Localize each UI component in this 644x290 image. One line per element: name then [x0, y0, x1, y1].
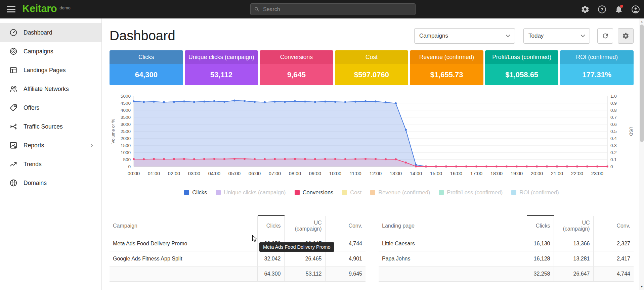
- svg-text:0.8: 0.8: [610, 108, 617, 113]
- legend-swatch: [439, 190, 444, 195]
- scroll-up-icon[interactable]: ▲: [639, 19, 644, 24]
- sidebar-item-domains[interactable]: Domains: [0, 174, 101, 192]
- legend-item-conversions[interactable]: Conversions: [295, 189, 334, 196]
- svg-text:5000: 5000: [121, 94, 131, 99]
- dashboard-icon: [9, 28, 18, 37]
- landing-page-name-cell: Papa Johns: [379, 251, 527, 267]
- metric-card-label: ROI (confirmed): [560, 50, 634, 64]
- account-icon[interactable]: [631, 5, 640, 14]
- scrollbar-thumb[interactable]: [640, 25, 644, 142]
- svg-text:13:00: 13:00: [390, 171, 402, 176]
- landing-page-name-cell: Little Caesars: [379, 236, 527, 251]
- svg-text:04:00: 04:00: [208, 171, 220, 176]
- sidebar-item-landings-pages[interactable]: Landings Pages: [0, 61, 101, 80]
- column-header-uc-campaign[interactable]: UC (campaign): [554, 215, 593, 236]
- landings-table-container: Landing pageClicksUC (campaign)Conv.Litt…: [379, 215, 634, 282]
- metric-card-unique-clicks-campaign[interactable]: Unique clicks (campaign)53,112: [185, 50, 258, 85]
- legend-item-clicks[interactable]: Clicks: [184, 189, 207, 196]
- metric-cell: 16,130: [527, 236, 554, 251]
- metric-card-label: Revenue (confirmed): [410, 50, 483, 64]
- metric-card-clicks[interactable]: Clicks64,300: [110, 50, 183, 85]
- search-icon: [254, 6, 260, 12]
- refresh-button[interactable]: [597, 28, 613, 44]
- legend-label: Cost: [350, 189, 361, 196]
- metric-cell: 32,042: [257, 251, 284, 267]
- legend-swatch: [216, 190, 221, 195]
- table-row-papa-johns[interactable]: Papa Johns16,12813,2812,417: [379, 251, 634, 267]
- metric-card-label: Clicks: [110, 50, 183, 64]
- column-header-clicks[interactable]: Clicks: [527, 215, 554, 236]
- table-row-little-caesars[interactable]: Little Caesars16,13013,3662,327: [379, 236, 634, 251]
- legend-item-cost[interactable]: Cost: [342, 189, 361, 196]
- legend-swatch: [370, 190, 375, 195]
- legend-item-roi-confirmed[interactable]: ROI (confirmed): [511, 189, 559, 196]
- svg-text:Volume or %: Volume or %: [111, 119, 116, 144]
- column-header-conv[interactable]: Conv.: [593, 215, 634, 236]
- sidebar-item-affiliate-networks[interactable]: Affiliate Networks: [0, 80, 101, 98]
- reports-icon: [9, 141, 18, 150]
- svg-text:20:00: 20:00: [531, 171, 543, 176]
- affiliate-networks-icon: [9, 85, 18, 93]
- sidebar-item-offers[interactable]: Offers: [0, 98, 101, 117]
- logo-demo-badge: demo: [59, 5, 71, 10]
- dashboard-settings-button[interactable]: [618, 28, 634, 44]
- scroll-down-icon[interactable]: ▼: [639, 284, 644, 289]
- search-bar[interactable]: [250, 3, 416, 15]
- metric-card-label: Conversions: [260, 50, 333, 64]
- column-header-clicks[interactable]: Clicks: [257, 215, 284, 236]
- campaign-name-cell: Google Ads Fitness App Split: [110, 251, 257, 267]
- column-header-uc-campaign[interactable]: UC (campaign): [284, 215, 325, 236]
- sidebar-item-campaigns[interactable]: Campaigns: [0, 42, 101, 61]
- logo[interactable]: Keitarodemo: [22, 3, 71, 15]
- metric-card-cost[interactable]: Cost$597.0760: [335, 50, 409, 85]
- total-label-cell: [379, 267, 527, 282]
- metric-cell: 4,901: [325, 251, 366, 267]
- svg-text:10:00: 10:00: [329, 171, 341, 176]
- metric-card-revenue-confirmed[interactable]: Revenue (confirmed)$1,655.73: [410, 50, 483, 85]
- help-icon[interactable]: ?: [598, 5, 606, 14]
- sidebar-item-trends[interactable]: Trends: [0, 155, 101, 174]
- notifications-bell-icon[interactable]: [614, 5, 623, 14]
- logo-text: Keitaro: [22, 3, 57, 14]
- topbar: Keitarodemo ?: [0, 0, 644, 18]
- svg-text:0.7: 0.7: [610, 115, 617, 120]
- column-header-landing-page[interactable]: Landing page: [379, 215, 527, 236]
- chart-container: 50001.045000.940000.835000.730000.625000…: [110, 93, 634, 184]
- legend-item-profit-loss-confirmed[interactable]: Profit/Loss (confirmed): [439, 189, 503, 196]
- legend-swatch: [184, 190, 189, 195]
- legend-swatch: [342, 190, 347, 195]
- date-range-select[interactable]: Today: [523, 28, 590, 44]
- search-input[interactable]: [263, 6, 412, 12]
- metric-card-label: Profit/Loss (confirmed): [485, 50, 559, 64]
- metric-card-roi-confirmed[interactable]: ROI (confirmed)177.31%: [560, 50, 634, 85]
- svg-text:07:00: 07:00: [269, 171, 281, 176]
- settings-icon[interactable]: [581, 5, 590, 14]
- hamburger-menu-icon[interactable]: [7, 6, 15, 12]
- campaigns-filter-select[interactable]: Campaigns: [414, 28, 515, 44]
- svg-text:0.6: 0.6: [610, 122, 617, 127]
- metric-cell: 2,417: [593, 251, 634, 267]
- vertical-scrollbar[interactable]: ▲ ▼: [639, 18, 644, 290]
- total-cell: 53,112: [284, 267, 325, 282]
- sidebar-item-reports[interactable]: Reports: [0, 136, 101, 155]
- table-row-google-ads-fitness-app-split[interactable]: Google Ads Fitness App Split32,04226,465…: [110, 251, 366, 267]
- metric-card-conversions[interactable]: Conversions9,645: [260, 50, 333, 85]
- campaigns-filter-value: Campaigns: [419, 33, 448, 39]
- refresh-icon: [602, 32, 609, 40]
- landings-pages-icon: [9, 66, 18, 75]
- legend-label: Clicks: [192, 189, 207, 196]
- column-header-conv[interactable]: Conv.: [325, 215, 366, 236]
- sidebar-item-label: Reports: [24, 142, 44, 149]
- legend-label: Revenue (confirmed): [378, 189, 430, 196]
- column-header-campaign[interactable]: Campaign: [110, 215, 257, 236]
- svg-text:0.1: 0.1: [610, 157, 617, 162]
- sidebar-item-traffic-sources[interactable]: Traffic Sources: [0, 117, 101, 136]
- legend-item-unique-clicks-campaign[interactable]: Unique clicks (campaign): [216, 189, 286, 196]
- metric-card-value: $1,058.65: [485, 64, 559, 85]
- legend-item-revenue-confirmed[interactable]: Revenue (confirmed): [370, 189, 430, 196]
- sidebar-item-dashboard[interactable]: Dashboard: [0, 23, 101, 42]
- legend-swatch: [511, 190, 516, 195]
- landings-table: Landing pageClicksUC (campaign)Conv.Litt…: [379, 215, 634, 282]
- legend-label: Conversions: [303, 189, 334, 196]
- metric-card-profit-loss-confirmed[interactable]: Profit/Loss (confirmed)$1,058.65: [485, 50, 559, 85]
